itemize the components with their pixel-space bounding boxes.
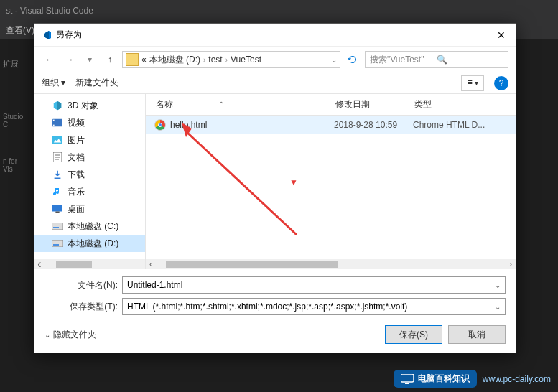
- desktop-icon: [52, 204, 63, 214]
- tree-drive-c[interactable]: 本地磁盘 (C:): [34, 218, 145, 235]
- breadcrumb-sep-2: ›: [225, 56, 228, 64]
- nav-back-button[interactable]: ←: [42, 52, 57, 67]
- sidebar-fragment-2: n for Vis: [3, 157, 29, 173]
- nav-forward-button: →: [62, 52, 78, 67]
- chevron-down-icon: ⌄: [45, 331, 50, 339]
- tree-videos[interactable]: 视频: [34, 114, 145, 131]
- breadcrumb-sep-1: ›: [203, 56, 205, 64]
- sort-icon: ⌃: [218, 101, 224, 108]
- refresh-button[interactable]: [345, 52, 361, 67]
- tree-documents[interactable]: 文档: [34, 149, 145, 166]
- file-list[interactable]: hello.html 2018-9-28 10:59 Chrome HTML D…: [146, 116, 516, 259]
- file-hscrollbar[interactable]: ‹›: [146, 259, 516, 269]
- tree-scroll-thumb[interactable]: [56, 261, 92, 268]
- filetype-label: 保存类型(T):: [45, 301, 122, 313]
- breadcrumb-prefix: «: [141, 55, 147, 65]
- search-icon: 🔍: [437, 55, 503, 65]
- svg-line-11: [186, 131, 297, 235]
- svg-rect-1: [53, 120, 55, 121]
- vscode-titlebar: st - Visual Studio Code: [0, 0, 558, 22]
- vscode-sidebar: 扩展 Studio C n for Vis: [0, 56, 32, 176]
- drive-icon: [52, 238, 63, 248]
- dialog-body: 3D 对象 视频 图片 文档 下载 音乐 桌面 本地磁盘 (C:) 本地磁盘 (…: [34, 94, 516, 269]
- watermark-url: www.pc-daily.com: [483, 374, 551, 384]
- file-area: 名称 ⌃ 修改日期 类型 hello.html 2018-9-28 10:59 …: [146, 94, 516, 269]
- help-button[interactable]: ?: [494, 76, 508, 90]
- svg-rect-2: [53, 125, 55, 126]
- nav-up-button[interactable]: ↑: [102, 52, 118, 67]
- monitor-icon: [401, 374, 414, 384]
- svg-rect-3: [52, 136, 62, 144]
- filename-dropdown-icon[interactable]: ⌄: [495, 281, 501, 289]
- organize-button[interactable]: 组织 ▾: [42, 77, 65, 89]
- sidebar-ext-label: 扩展: [3, 59, 29, 70]
- cancel-button[interactable]: 取消: [448, 325, 506, 344]
- sidebar-fragment-1: Studio C: [3, 113, 29, 129]
- tree-drive-d[interactable]: 本地磁盘 (D:): [34, 235, 145, 252]
- toolbar: 组织 ▾ 新建文件夹 ≣ ▾ ?: [34, 73, 516, 94]
- filetype-dropdown-icon[interactable]: ⌄: [495, 303, 501, 311]
- doc-icon: [52, 152, 63, 162]
- svg-rect-8: [53, 227, 59, 228]
- svg-rect-7: [52, 223, 63, 230]
- file-row[interactable]: hello.html 2018-9-28 10:59 Chrome HTML D…: [146, 116, 516, 134]
- chrome-icon: [154, 119, 166, 131]
- filetype-select[interactable]: HTML (*.html;*.htm;*.shtml;*.xhtml;*.mdo…: [122, 298, 506, 315]
- tree-pictures[interactable]: 图片: [34, 131, 145, 149]
- tree-desktop[interactable]: 桌面: [34, 200, 145, 218]
- filename-label: 文件名(N):: [45, 279, 122, 291]
- watermark-badge: 电脑百科知识: [394, 370, 477, 388]
- folder-icon: [126, 53, 139, 66]
- breadcrumb-dropdown-icon[interactable]: ⌄: [331, 56, 337, 64]
- hide-folders-toggle[interactable]: ⌄ 隐藏文件夹: [45, 329, 96, 341]
- vscode-title-text: st - Visual Studio Code: [6, 6, 93, 16]
- folder-tree: 3D 对象 视频 图片 文档 下载 音乐 桌面 本地磁盘 (C:) 本地磁盘 (…: [34, 94, 146, 269]
- video-icon: [52, 118, 63, 128]
- svg-rect-13: [401, 374, 414, 382]
- file-type: Chrome HTML D...: [413, 120, 485, 130]
- svg-rect-5: [52, 205, 62, 212]
- nav-recent-button[interactable]: ▾: [82, 52, 98, 67]
- save-as-dialog: 另存为 ✕ ← → ▾ ↑ « 本地磁盘 (D:) › test › VueTe…: [34, 23, 516, 353]
- svg-rect-14: [405, 383, 409, 384]
- watermark: 电脑百科知识 www.pc-daily.com: [394, 370, 551, 388]
- annotation-marker: ▼: [289, 177, 298, 187]
- music-icon: [52, 187, 63, 197]
- svg-rect-9: [52, 240, 63, 247]
- column-date[interactable]: 修改日期: [335, 98, 414, 111]
- file-date: 2018-9-28 10:59: [334, 120, 413, 130]
- breadcrumb-folder-test[interactable]: test: [208, 55, 222, 65]
- search-placeholder: 搜索"VueTest": [370, 54, 437, 66]
- filename-input[interactable]: Untitled-1.html⌄: [122, 276, 506, 294]
- download-icon: [52, 169, 63, 179]
- column-name[interactable]: 名称 ⌃: [156, 98, 335, 111]
- tree-3d-objects[interactable]: 3D 对象: [34, 97, 145, 114]
- search-input[interactable]: 搜索"VueTest" 🔍: [365, 51, 508, 68]
- tree-downloads[interactable]: 下载: [34, 166, 145, 183]
- app-icon: [40, 29, 52, 41]
- dialog-footer: 文件名(N): Untitled-1.html⌄ 保存类型(T): HTML (…: [34, 269, 516, 353]
- new-folder-button[interactable]: 新建文件夹: [75, 77, 118, 89]
- svg-rect-6: [55, 212, 59, 213]
- svg-rect-10: [53, 244, 59, 246]
- breadcrumb-disk[interactable]: 本地磁盘 (D:): [149, 54, 200, 66]
- file-name: hello.html: [170, 120, 334, 130]
- breadcrumb[interactable]: « 本地磁盘 (D:) › test › VueTest ⌄: [122, 51, 340, 68]
- save-button[interactable]: 保存(S): [385, 325, 442, 344]
- nav-row: ← → ▾ ↑ « 本地磁盘 (D:) › test › VueTest ⌄ 搜…: [34, 47, 516, 73]
- cube-icon: [52, 101, 63, 111]
- menu-view[interactable]: 查看(V): [6, 24, 34, 37]
- column-type[interactable]: 类型: [414, 98, 516, 111]
- tree-hscrollbar[interactable]: ‹: [34, 259, 145, 269]
- file-scroll-thumb[interactable]: [166, 261, 338, 268]
- dialog-title-text: 另存为: [56, 29, 82, 41]
- column-headers: 名称 ⌃ 修改日期 类型: [146, 94, 516, 116]
- tree-music[interactable]: 音乐: [34, 183, 145, 200]
- drive-icon: [52, 221, 63, 231]
- dialog-titlebar: 另存为 ✕: [34, 24, 516, 47]
- breadcrumb-folder-vuetest[interactable]: VueTest: [231, 55, 261, 65]
- image-icon: [52, 135, 63, 145]
- view-mode-button[interactable]: ≣ ▾: [461, 75, 484, 91]
- close-button[interactable]: ✕: [493, 27, 510, 44]
